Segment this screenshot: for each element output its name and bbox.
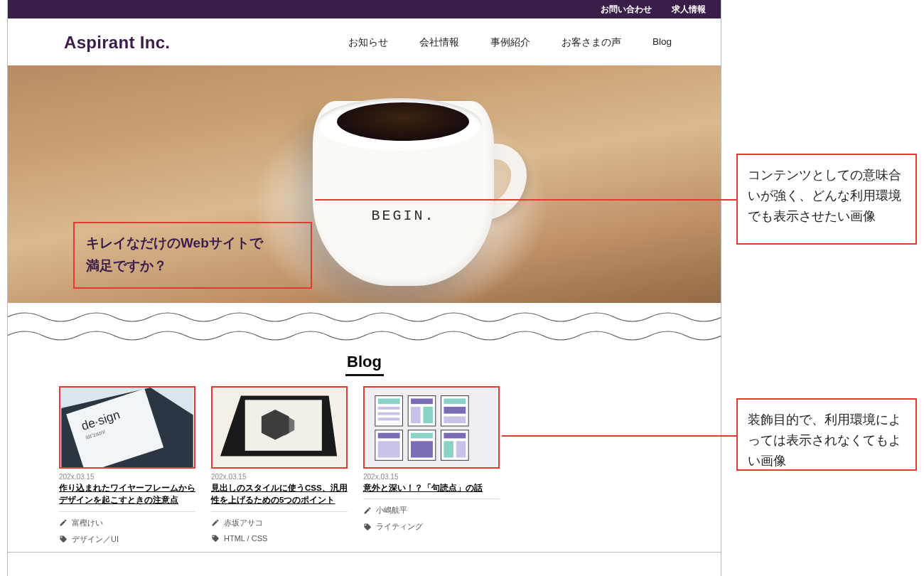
svg-rect-26 [378, 441, 400, 457]
svg-rect-28 [411, 433, 433, 439]
blog-card[interactable]: 202x.03.15 見出しのスタイルに使うCSS、汎用性を上げるための5つのポ… [211, 386, 348, 545]
tag-icon [59, 535, 68, 543]
nav-link-works[interactable]: 事例紹介 [490, 36, 530, 49]
blog-tag: デザイン／UI [59, 534, 195, 545]
svg-rect-23 [444, 417, 466, 424]
blog-section: Blog de·sign/dɪˈzaɪn/ 202x.03.15 作り込まれたワ… [7, 348, 721, 553]
site-header: Aspirant Inc. お知らせ 会社情報 事例紹介 お客さまの声 Blog [7, 18, 721, 65]
mug-text: BEGIN. [313, 208, 494, 224]
nav-link-company[interactable]: 会社情報 [419, 36, 459, 49]
svg-rect-19 [423, 407, 433, 423]
svg-rect-21 [444, 398, 466, 404]
svg-rect-13 [378, 407, 400, 410]
svg-rect-14 [378, 412, 400, 415]
svg-rect-12 [378, 398, 400, 404]
svg-rect-18 [411, 407, 421, 423]
annotation-connector [315, 199, 736, 201]
blog-author: 小嶋航平 [363, 505, 500, 516]
hero-copy-box: キレイなだけのWebサイトで 満足ですか？ [73, 222, 312, 289]
wave-separator-top [7, 309, 721, 326]
hero-copy-line2: 満足ですか？ [86, 255, 299, 277]
blog-card[interactable]: 202x.03.15 意外と深い！？「句読点」の話 小嶋航平 ライティング [363, 386, 500, 545]
tag-icon [363, 523, 372, 531]
annotation-connector [502, 435, 736, 437]
annotation-box-content-image: コンテンツとしての意味合いが強く、どんな利用環境でも表示させたい画像 [736, 154, 917, 245]
blog-tag: ライティング [363, 521, 500, 532]
mug-illustration: BEGIN. [313, 101, 494, 286]
pencil-icon [59, 518, 68, 527]
pencil-icon [211, 518, 220, 527]
primary-nav: お知らせ 会社情報 事例紹介 お客さまの声 Blog [348, 36, 672, 49]
blog-author: 赤坂アサコ [211, 518, 348, 528]
svg-rect-25 [378, 433, 400, 439]
blog-title-link[interactable]: 作り込まれたワイヤーフレームからデザインを起こすときの注意点 [59, 482, 195, 507]
annotation-box-decorative-image: 装飾目的で、利用環境によっては表示されなくてもよい画像 [736, 398, 917, 471]
svg-rect-22 [444, 407, 466, 414]
blog-date: 202x.03.15 [363, 473, 500, 481]
util-link-recruit[interactable]: 求人情報 [672, 4, 706, 16]
blog-date: 202x.03.15 [211, 473, 348, 481]
blog-title-link[interactable]: 意外と深い！？「句読点」の話 [363, 482, 500, 494]
nav-link-blog[interactable]: Blog [652, 36, 672, 49]
blog-tag: HTML / CSS [211, 534, 348, 543]
blog-author: 富樫けい [59, 518, 195, 528]
blog-thumb [363, 386, 500, 469]
blog-heading: Blog [59, 353, 670, 376]
blog-title-link[interactable]: 見出しのスタイルに使うCSS、汎用性を上げるための5つのポイント [211, 482, 348, 507]
brand-logo[interactable]: Aspirant Inc. [64, 33, 170, 53]
svg-rect-32 [444, 441, 453, 457]
blog-thumb [211, 386, 348, 469]
blog-card-list: de·sign/dɪˈzaɪn/ 202x.03.15 作り込まれたワイヤーフレ… [59, 386, 670, 545]
pencil-icon [363, 506, 372, 515]
svg-rect-29 [411, 441, 433, 457]
svg-rect-33 [456, 441, 466, 457]
util-link-contact[interactable]: お問い合わせ [601, 4, 652, 16]
nav-link-voice[interactable]: お客さまの声 [562, 36, 621, 49]
svg-rect-15 [378, 417, 400, 420]
blog-date: 202x.03.15 [59, 473, 195, 481]
svg-rect-31 [444, 433, 466, 439]
hero-copy-line1: キレイなだけのWebサイトで [86, 232, 299, 255]
nav-link-news[interactable]: お知らせ [348, 36, 388, 49]
tag-icon [211, 534, 220, 543]
hero-image: BEGIN. キレイなだけのWebサイトで 満足ですか？ [7, 65, 721, 303]
blog-thumb: de·sign/dɪˈzaɪn/ [59, 386, 195, 469]
svg-rect-17 [411, 398, 433, 404]
wave-separator-bottom [7, 327, 721, 344]
blog-card[interactable]: de·sign/dɪˈzaɪn/ 202x.03.15 作り込まれたワイヤーフレ… [59, 386, 195, 545]
utility-bar: お問い合わせ 求人情報 [7, 0, 721, 18]
